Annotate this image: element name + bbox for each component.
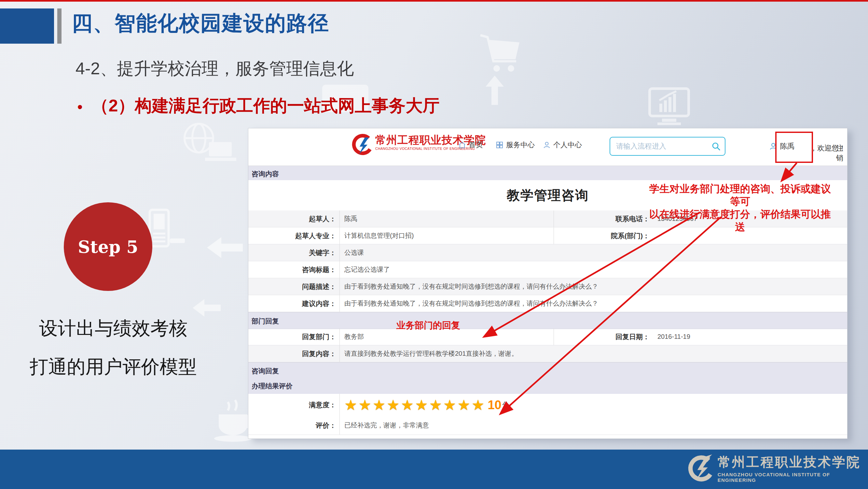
row-label2: 院系(部门)： (554, 227, 653, 244)
title-accent-bar (57, 8, 62, 44)
bullet-dot: • (78, 99, 82, 115)
section-consult-content: 咨询内容 (248, 166, 847, 181)
footer-school-en: CHANGZHOU VOCATIONAL INSTITUTE OF ENGINE… (718, 472, 868, 483)
row-label: 关键字： (248, 244, 340, 261)
step-caption-line1: 设计出与绩效考核 (16, 309, 211, 347)
phone-icon (147, 208, 186, 249)
web-screenshot-panel: 常州工程职业技术学院 CHANGZHOU VOCATIONAL INSTITUT… (248, 128, 847, 439)
slide: 四、智能化校园建设的路径 4-2、提升学校治理，服务管理信息化 •（2）构建满足… (0, 0, 868, 489)
row-value: 计算机信息管理(对口招) (340, 227, 554, 244)
section-consult-content-label: 咨询内容 (252, 169, 279, 178)
step-caption-line2: 打通的用户评价模型 (16, 347, 211, 386)
step-badge: Step 5 (64, 202, 152, 291)
title-accent-square (0, 8, 54, 44)
table-row: 关键字： 公选课 (248, 244, 847, 261)
row-value: 忘记选公选课了 (340, 261, 847, 278)
annotation-note-line2: 以在线进行满意度打分，评价结果可以推送 (646, 208, 834, 233)
slide-bullet-line: •（2）构建满足行政工作的一站式网上事务大厅 (78, 94, 439, 117)
annotation-reply-note: 业务部门的回复 (396, 319, 460, 332)
row-label: 起草人： (248, 210, 340, 227)
row-label: 起草人专业： (248, 227, 340, 244)
nav-personal-label: 个人中心 (553, 140, 582, 150)
rating-score: 10 (488, 398, 501, 412)
search-icon[interactable] (711, 141, 721, 151)
left-arrow-icon (207, 237, 243, 258)
top-red-line (0, 0, 868, 2)
search-box (610, 137, 725, 156)
row-label: 问题描述： (248, 278, 340, 295)
row-value: 由于看到教务处通知晚了，没有在规定时间选修到想选的课程，请问有什么办法解决么？ (340, 278, 847, 295)
rating-unit: 分 (502, 400, 509, 410)
person-icon (543, 141, 551, 149)
grid-icon (496, 141, 503, 149)
row-value: 请直接到教务处教学运行管理科教学楼201直接补选，谢谢。 (340, 345, 847, 362)
search-input[interactable] (615, 142, 711, 151)
table-row: 问题描述： 由于看到教务处通知晚了，没有在规定时间选修到想选的课程，请问有什么办… (248, 278, 847, 295)
row-value: 已经补选完，谢谢，非常满意 (340, 416, 847, 435)
page-title: 四、智能化校园建设的路径 (71, 9, 329, 37)
row-label: 评价： (248, 416, 340, 435)
table-row: 建议内容： 由于看到教务处通知晚了，没有在规定时间选修到想选的课程，请问有什么办… (248, 295, 847, 312)
row-value: 由于看到教务处通知晚了，没有在规定时间选修到想选的课程，请问有什么办法解决么？ (340, 295, 847, 312)
row-value: 陈禹 (340, 210, 554, 227)
nav-home-label: 首页 (469, 140, 483, 150)
annotation-note-line1: 学生对业务部门处理的咨询、投诉或建议等可 (646, 182, 834, 208)
section-consult-reply: 咨询回复 办理结果评价 (248, 362, 847, 395)
section-dept-reply-label: 部门回复 (252, 317, 279, 326)
slide-subtitle: 4-2、提升学校治理，服务管理信息化 (75, 57, 354, 80)
row-label: 回复部门： (248, 328, 340, 345)
step-caption: 设计出与绩效考核 打通的用户评价模型 (16, 309, 211, 386)
highlight-box-user (775, 132, 813, 163)
evaluation-row: 评价： 已经补选完，谢谢，非常满意 (248, 416, 847, 435)
footer-logo-icon (686, 454, 713, 485)
nav-service-label: 服务中心 (506, 140, 535, 150)
bullet-text: （2）构建满足行政工作的一站式网上事务大厅 (91, 96, 439, 115)
star-icons[interactable]: ★★★★★★★★★★ (344, 395, 486, 415)
table-row: 回复部门： 教务部 回复日期： 2016-11-19 (248, 328, 847, 345)
section-result-eval-label: 办理结果评价 (252, 381, 292, 391)
annotation-note: 学生对业务部门处理的咨询、投诉或建议等可 以在线进行满意度打分，评价结果可以推送 (646, 182, 834, 233)
home-icon (458, 141, 466, 149)
footer-school-cn: 常州工程职业技术学院 (718, 454, 868, 470)
table-row: 回复内容： 请直接到教务处教学运行管理科教学楼201直接补选，谢谢。 (248, 345, 847, 362)
nav-service-center[interactable]: 服务中心 (496, 140, 535, 150)
globe-laptop-icon (181, 122, 240, 164)
footer-bar: 常州工程职业技术学院 CHANGZHOU VOCATIONAL INSTITUT… (0, 450, 868, 489)
row-label: 建议内容： (248, 295, 340, 312)
nav-home[interactable]: 首页 (458, 140, 483, 150)
row-label2: 联系电话： (554, 210, 653, 227)
section-dept-reply: 部门回复 (248, 312, 847, 329)
section-consult-reply-label: 咨询回复 (252, 367, 279, 376)
nav-personal-center[interactable]: 个人中心 (543, 140, 582, 150)
logout-link[interactable]: 注销 (836, 143, 847, 163)
satisfaction-row: 满意度： ★★★★★★★★★★ 10 分 (248, 394, 847, 416)
row-value: 公选课 (340, 244, 847, 261)
school-logo-icon (352, 134, 372, 159)
footer-logo: 常州工程职业技术学院 CHANGZHOU VOCATIONAL INSTITUT… (686, 454, 868, 485)
step-badge-label: Step 5 (78, 237, 138, 257)
up-arrow-icon (486, 76, 504, 105)
web-header: 常州工程职业技术学院 CHANGZHOU VOCATIONAL INSTITUT… (248, 128, 847, 166)
row-label: 回复内容： (248, 345, 340, 362)
row-label2: 回复日期： (554, 328, 653, 345)
form-title: 教学管理咨询 (507, 186, 589, 204)
row-label: 满意度： (248, 394, 340, 416)
row-value2: 2016-11-19 (653, 328, 847, 345)
row-label: 咨询标题： (248, 261, 340, 278)
shopping-cart-icon (478, 33, 527, 75)
monitor-chart-icon (646, 87, 692, 126)
table-row: 咨询标题： 忘记选公选课了 (248, 261, 847, 278)
